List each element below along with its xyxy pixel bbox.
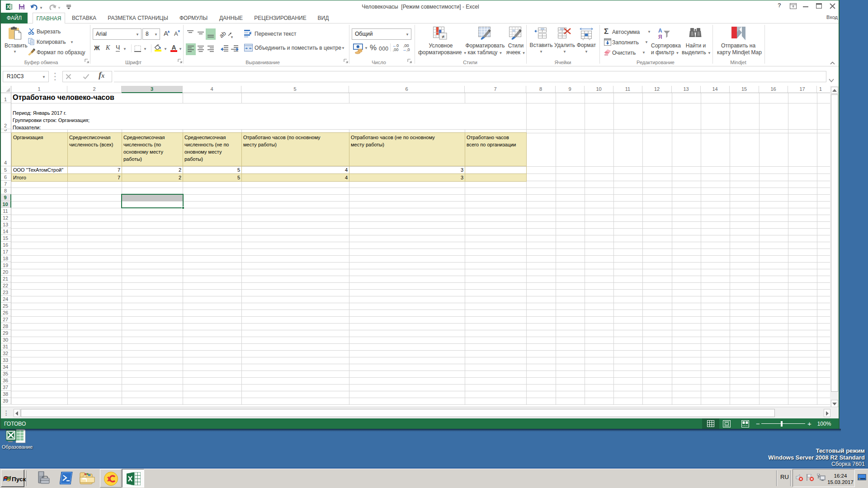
- svg-text:▼: ▼: [230, 35, 233, 39]
- svg-text:X: X: [7, 5, 10, 9]
- svg-text:ab: ab: [219, 30, 227, 39]
- svg-text:А: А: [658, 28, 662, 34]
- svg-text:Я: Я: [658, 34, 662, 40]
- svg-text:≠: ≠: [442, 34, 444, 39]
